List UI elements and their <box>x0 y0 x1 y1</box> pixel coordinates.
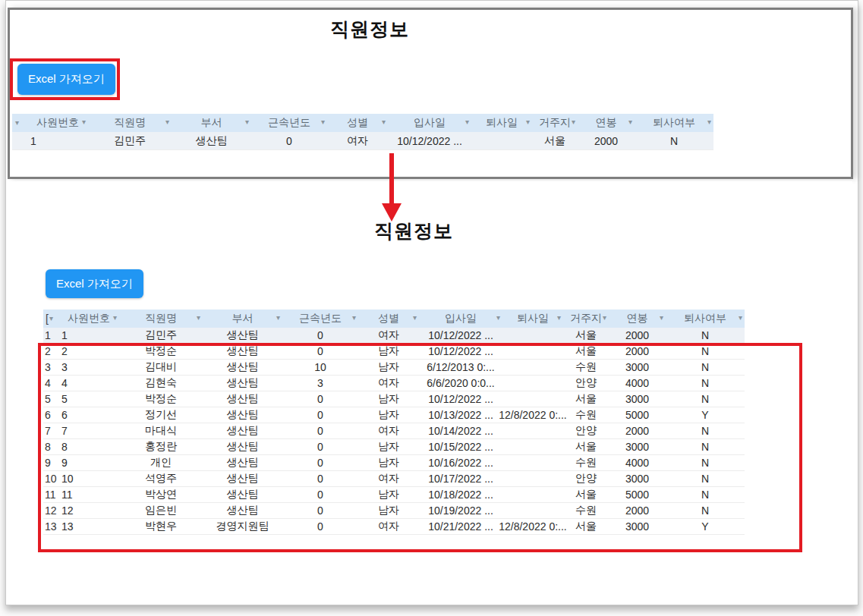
table-cell: 여자 <box>327 132 388 149</box>
screenshot-root: 직원정보 Excel 가져오기 ▾사원번호▾직원명▾부서▾근속년도▾성별▾입사일… <box>0 0 863 616</box>
filter-dropdown-icon[interactable]: ▾ <box>352 314 356 322</box>
filter-dropdown-icon[interactable]: ▾ <box>496 314 500 322</box>
filter-dropdown-icon[interactable]: ▾ <box>526 118 530 126</box>
employee-table-before: ▾사원번호▾직원명▾부서▾근속년도▾성별▾입사일▾퇴사일▾거주지▾연봉▾퇴사여부… <box>12 114 713 150</box>
table-cell: 수원 <box>563 360 609 375</box>
table-cell: 0 <box>282 328 358 343</box>
column-header[interactable]: 연봉▾ <box>609 310 666 328</box>
column-header[interactable]: 거주지▾ <box>563 310 609 328</box>
filter-dropdown-icon[interactable]: ▾ <box>113 314 117 322</box>
filter-dropdown-icon[interactable]: ▾ <box>465 118 469 126</box>
filter-dropdown-icon[interactable]: ▾ <box>15 119 19 127</box>
row-number-cell: 7 <box>43 423 58 438</box>
column-header-label: 연봉 <box>596 116 617 130</box>
column-header[interactable]: 거주지▾ <box>532 114 578 132</box>
filter-dropdown-icon[interactable]: ▾ <box>276 314 280 322</box>
filter-dropdown-icon[interactable]: ▾ <box>572 118 575 126</box>
table-row[interactable]: 11김민주생산팀0여자10/12/2022 ...서울2000N <box>43 328 745 344</box>
table-cell: 2000 <box>578 132 635 149</box>
table-cell: 6/6/2020 0:0... <box>419 376 502 391</box>
table-cell: 여자 <box>358 376 419 391</box>
column-header[interactable]: 퇴사일▾ <box>471 114 532 132</box>
filter-dropdown-icon[interactable]: ▾ <box>660 314 663 322</box>
column-header[interactable]: 연봉▾ <box>578 114 635 132</box>
column-header-label: 연봉 <box>627 312 648 325</box>
table-cell: Y <box>666 407 745 423</box>
table-row[interactable]: 88홍정란생산팀0남자10/15/2022 ...서울3000N <box>43 439 745 455</box>
table-row[interactable]: 55박정순생산팀0남자10/12/2022 ...서울3000N <box>43 391 745 407</box>
table-cell: 임은빈 <box>119 503 203 518</box>
select-all-header[interactable]: ▾ <box>12 114 27 132</box>
column-header[interactable]: 입사일▾ <box>388 114 471 132</box>
column-header[interactable]: 성별▾ <box>327 114 388 132</box>
table-row[interactable]: 1010석영주생산팀0여자10/17/2022 ...안양3000N <box>43 471 745 487</box>
table-cell: 안양 <box>563 376 609 391</box>
filter-dropdown-icon[interactable]: ▾ <box>557 314 561 322</box>
filter-dropdown-icon[interactable]: ▾ <box>707 118 711 126</box>
filter-dropdown-icon[interactable]: ▾ <box>382 118 386 126</box>
column-header[interactable]: 성별▾ <box>358 310 419 328</box>
table-cell: 박상연 <box>119 487 203 502</box>
filter-dropdown-icon[interactable]: ▾ <box>197 314 200 322</box>
column-header[interactable]: 사원번호▾ <box>27 114 88 132</box>
table-row[interactable]: 33김대비생산팀10남자6/12/2013 0:...수원3000N <box>43 360 745 376</box>
select-all-header[interactable]: [▾ <box>43 310 58 328</box>
table-row[interactable]: 1111박상연생산팀0남자10/18/2022 ...서울5000N <box>43 487 745 503</box>
table-row[interactable]: 77마대식생산팀0여자10/14/2022 ...안양2000N <box>43 423 745 439</box>
table-header-row: [▾사원번호▾직원명▾부서▾근속년도▾성별▾입사일▾퇴사일▾거주지▾연봉▾퇴사여… <box>43 310 745 328</box>
excel-import-button[interactable]: Excel 가져오기 <box>17 64 115 95</box>
filter-dropdown-icon[interactable]: ▾ <box>321 118 325 126</box>
column-header[interactable]: 사원번호▾ <box>58 310 119 328</box>
column-header[interactable]: 퇴사여부▾ <box>635 114 713 132</box>
filter-dropdown-icon[interactable]: ▾ <box>82 118 86 126</box>
table-cell: 생산팀 <box>203 503 282 518</box>
table-row[interactable]: 1313박현우경영지원팀0여자10/21/2022 ...12/8/2022 0… <box>43 519 745 535</box>
excel-import-button[interactable]: Excel 가져오기 <box>46 269 143 298</box>
table-row[interactable]: 1김민주생산팀0여자10/12/2022 ...서울2000N <box>12 132 713 150</box>
column-header-label: 퇴사일 <box>517 312 549 325</box>
column-header[interactable]: 부서▾ <box>172 114 251 132</box>
column-header[interactable]: 입사일▾ <box>419 310 502 328</box>
column-header[interactable]: 퇴사여부▾ <box>666 310 745 328</box>
filter-dropdown-icon[interactable]: ▾ <box>413 314 417 322</box>
filter-dropdown-icon[interactable]: ▾ <box>739 314 742 322</box>
table-cell: 서울 <box>563 328 609 343</box>
column-header[interactable]: 직원명▾ <box>88 114 172 132</box>
column-header-label: 사원번호 <box>36 116 79 130</box>
table-cell: 10/13/2022 ... <box>419 407 502 423</box>
column-header[interactable]: 근속년도▾ <box>282 310 358 328</box>
table-cell <box>502 344 563 359</box>
table-row[interactable]: 44김현숙생산팀3여자6/6/2020 0:0...안양4000N <box>43 376 745 391</box>
table-cell: 수원 <box>563 407 609 423</box>
column-header-label: 입사일 <box>414 116 446 130</box>
table-cell: 0 <box>251 132 327 149</box>
table-cell: 남자 <box>358 487 419 502</box>
table-cell: 생산팀 <box>203 423 282 438</box>
table-row[interactable]: 99개인생산팀0남자10/16/2022 ...수원4000N <box>43 455 745 471</box>
column-header[interactable]: 근속년도▾ <box>251 114 327 132</box>
column-header[interactable]: 직원명▾ <box>119 310 203 328</box>
table-row[interactable]: 22박정순생산팀0남자10/12/2022 ...서울2000N <box>43 344 745 360</box>
table-cell: 0 <box>282 519 358 534</box>
table-cell: 남자 <box>358 503 419 518</box>
table-cell: 10/12/2022 ... <box>419 344 502 359</box>
filter-dropdown-icon[interactable]: ▾ <box>49 315 53 322</box>
table-cell: N <box>666 423 745 438</box>
table-cell <box>502 360 563 375</box>
table-cell: 1 <box>58 328 119 343</box>
table-cell: 홍정란 <box>119 439 203 454</box>
table-cell: 마대식 <box>119 423 203 438</box>
table-cell: 0 <box>282 423 358 438</box>
column-header[interactable]: 퇴사일▾ <box>502 310 563 328</box>
filter-dropdown-icon[interactable]: ▾ <box>603 314 606 322</box>
table-row[interactable]: 1212임은빈생산팀0남자10/19/2022 ...수원2000N <box>43 503 745 519</box>
table-cell: 10/14/2022 ... <box>419 423 502 438</box>
filter-dropdown-icon[interactable]: ▾ <box>165 118 169 126</box>
filter-dropdown-icon[interactable]: ▾ <box>628 118 632 126</box>
filter-dropdown-icon[interactable]: ▾ <box>245 118 249 126</box>
table-cell: 3000 <box>609 360 666 375</box>
table-cell: 12/8/2022 0:... <box>502 407 563 423</box>
table-row[interactable]: 66정기선생산팀0남자10/13/2022 ...12/8/2022 0:...… <box>43 407 745 423</box>
table-cell: N <box>666 471 745 486</box>
column-header[interactable]: 부서▾ <box>203 310 282 328</box>
